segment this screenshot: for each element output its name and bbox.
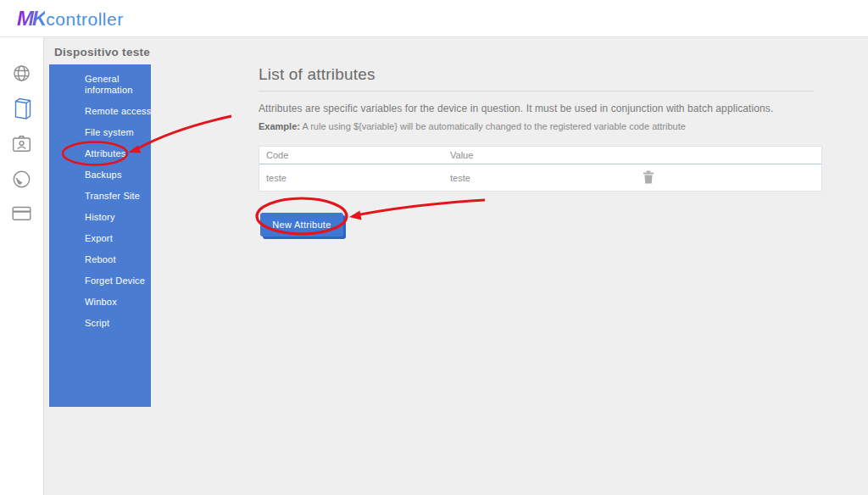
icon-rail — [0, 37, 44, 495]
top-bar: MK controller — [0, 0, 868, 37]
table-row: teste teste — [259, 164, 821, 191]
sidebar-item-general-information[interactable]: General information — [85, 74, 146, 96]
sidebar-item-export[interactable]: Export — [85, 233, 146, 244]
connection-circle-icon[interactable] — [9, 170, 35, 189]
main-content: List of attributes Attributes are specif… — [259, 65, 822, 236]
billing-card-icon[interactable] — [9, 206, 35, 221]
sidebar-item-backups[interactable]: Backups — [85, 170, 146, 181]
device-sidebar: Dispositivo teste General information Re… — [44, 37, 151, 407]
device-menu: General information Remote access File s… — [49, 64, 151, 407]
sidebar-item-attributes[interactable]: Attributes — [85, 148, 146, 159]
delete-attribute-icon[interactable] — [643, 170, 654, 184]
attribute-code-cell: teste — [259, 173, 443, 183]
attribute-value-cell: teste — [443, 173, 643, 183]
logo-text: controller — [46, 9, 123, 30]
sidebar-item-transfer-site[interactable]: Transfer Site — [85, 191, 146, 202]
attributes-description: Attributes are specific variables for th… — [259, 103, 822, 114]
device-title: Dispositivo teste — [54, 46, 151, 58]
sidebar-item-remote-access[interactable]: Remote access — [85, 106, 146, 117]
globe-icon[interactable] — [9, 64, 35, 82]
sidebar-item-script[interactable]: Script — [85, 318, 146, 329]
logo-mk-mark: MK — [17, 7, 45, 31]
sidebar-item-winbox[interactable]: Winbox — [85, 297, 146, 308]
contact-badge-icon[interactable] — [9, 135, 35, 153]
column-header-code: Code — [259, 150, 443, 160]
sidebar-item-forget-device[interactable]: Forget Device — [85, 275, 146, 286]
new-attribute-button[interactable]: New Attribute — [260, 213, 343, 236]
example-label: Example: — [259, 121, 300, 131]
app-logo[interactable]: MK controller — [17, 7, 124, 31]
attributes-table: Code Value teste teste — [259, 146, 822, 192]
device-book-icon[interactable] — [9, 96, 35, 120]
example-text: A rule using ${variable} will be automat… — [302, 121, 686, 131]
page-title: List of attributes — [259, 65, 822, 84]
attribute-action-cell — [643, 172, 821, 184]
annotation-arrow-attributes — [138, 116, 231, 148]
sidebar-item-file-system[interactable]: File system — [85, 127, 146, 138]
sidebar-item-reboot[interactable]: Reboot — [85, 254, 146, 265]
sidebar-item-history[interactable]: History — [85, 212, 146, 223]
table-header-row: Code Value — [259, 147, 821, 164]
title-divider — [259, 91, 814, 92]
attributes-example: Example: A rule using ${variable} will b… — [259, 121, 822, 131]
app-page: MK controller — [0, 0, 868, 495]
column-header-value: Value — [443, 150, 643, 160]
